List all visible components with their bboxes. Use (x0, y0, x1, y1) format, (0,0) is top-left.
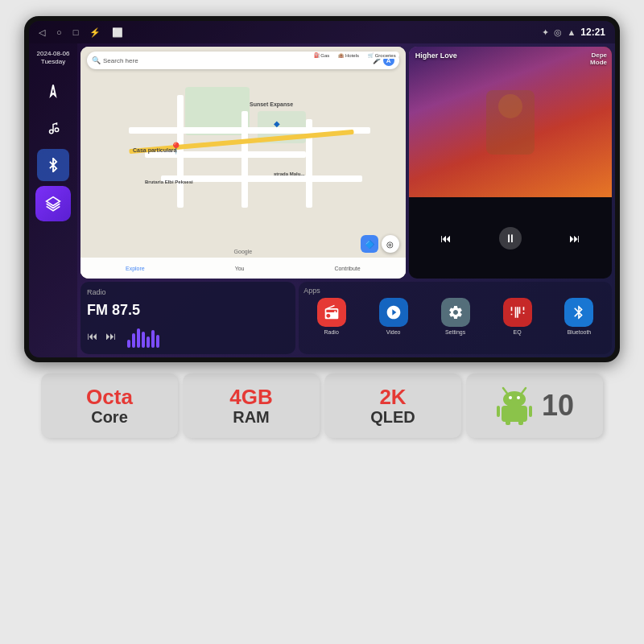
radio-prev-btn[interactable]: ⏮ (87, 330, 97, 342)
sidebar-bluetooth-btn[interactable] (37, 149, 69, 181)
radio-next-btn[interactable]: ⏭ (105, 330, 116, 342)
gas-chip[interactable]: ⛽ Gas (311, 52, 333, 59)
play-pause-btn[interactable]: ⏸ (499, 227, 522, 250)
contribute-btn[interactable]: Contribute (334, 266, 360, 271)
apps-widget: Apps Radio (299, 282, 612, 354)
wifi-icon: ▲ (567, 27, 576, 37)
svg-rect-11 (506, 420, 510, 425)
search-icon: 🔍 (92, 56, 101, 64)
map-go-btn[interactable]: 🔷 (361, 235, 378, 253)
svg-point-6 (509, 396, 512, 399)
android-icon (495, 385, 534, 427)
map-label-3: Brutaria Elbi Peksesi (145, 180, 193, 184)
music-album-art: Higher Love DepeMode (409, 47, 612, 197)
radio-label: Radio (87, 288, 289, 296)
spec-octa-main: Octa (86, 386, 133, 407)
music-controls: ⏮ ⏸ ⏭ (409, 197, 612, 279)
app-eq-label: EQ (513, 329, 521, 335)
screen-icon: ⬜ (112, 27, 123, 38)
map-shortcuts: ⛽ Gas 🏨 Hotels 🛒 Groceries (311, 52, 399, 59)
svg-point-1 (55, 128, 59, 132)
app-settings-label: Settings (445, 329, 465, 335)
sidebar-navigation-btn[interactable] (37, 75, 69, 107)
date-display: 2024-08-06 Tuesday (37, 50, 70, 67)
explore-btn[interactable]: Explore (126, 266, 145, 271)
status-bar-right: ✦ ◎ ▲ 12:21 (542, 27, 605, 38)
spec-octa: Octa Core (41, 374, 178, 438)
status-bar-left: ◁ ○ □ ⚡ ⬜ (39, 27, 123, 38)
device-frame: ◁ ○ □ ⚡ ⬜ ✦ ◎ ▲ 12:21 2024-08 (24, 16, 620, 362)
map-label-2: Sunset Expanse (250, 101, 293, 107)
app-video[interactable]: Video (379, 298, 408, 335)
song-title: Higher Love (415, 52, 457, 60)
app-eq[interactable]: EQ (503, 298, 532, 335)
spec-ram-sub: RAM (233, 409, 270, 425)
bottom-row: Radio FM 87.5 ⏮ ⏭ (80, 282, 612, 354)
svg-rect-12 (518, 420, 523, 425)
spec-display-sub: QLED (370, 409, 415, 425)
status-bar: ◁ ○ □ ⚡ ⬜ ✦ ◎ ▲ 12:21 (29, 21, 615, 43)
spec-octa-sub: Core (91, 409, 128, 425)
top-row: 📍 ◆ Casa particulara Sunset Expanse Brut… (80, 47, 612, 279)
sidebar-music-btn[interactable] (37, 112, 69, 144)
map-label-1: Casa particulara (133, 147, 176, 153)
apps-label: Apps (303, 287, 607, 295)
home-icon[interactable]: ○ (56, 27, 62, 37)
svg-point-5 (503, 391, 526, 407)
bluetooth-status-icon: ✦ (542, 27, 549, 38)
center-content: 📍 ◆ Casa particulara Sunset Expanse Brut… (77, 43, 615, 357)
music-brand: DepeMode (590, 52, 607, 66)
apps-grid: Radio Video (303, 298, 607, 335)
radio-wave (127, 324, 159, 348)
spec-ram: 4GB RAM (183, 374, 320, 438)
map-label-4: strada Malu... (274, 171, 304, 176)
back-icon[interactable]: ◁ (39, 27, 45, 38)
radio-widget: Radio FM 87.5 ⏮ ⏭ (80, 282, 295, 354)
main-area: 2024-08-06 Tuesday (29, 43, 615, 357)
app-settings-icon (441, 298, 470, 327)
app-video-icon (379, 298, 408, 327)
app-radio-label: Radio (324, 329, 339, 335)
svg-rect-10 (529, 406, 532, 417)
music-widget: Higher Love DepeMode ⏮ ⏸ ⏭ (409, 47, 612, 279)
app-radio-icon (317, 298, 346, 327)
hotels-chip[interactable]: 🏨 Hotels (335, 52, 362, 59)
app-video-label: Video (386, 329, 401, 335)
svg-point-7 (517, 396, 520, 399)
app-radio[interactable]: Radio (317, 298, 346, 335)
radio-frequency: FM 87.5 (87, 302, 289, 319)
you-btn[interactable]: You (235, 266, 245, 271)
spec-ram-main: 4GB (229, 386, 272, 407)
location-icon: ◎ (554, 27, 562, 38)
map-nav-btn[interactable]: ◎ (382, 235, 399, 253)
groceries-chip[interactable]: 🛒 Groceries (365, 52, 399, 59)
radio-controls: ⏮ ⏭ (87, 324, 289, 348)
outer-container: ◁ ○ □ ⚡ ⬜ ✦ ◎ ▲ 12:21 2024-08 (0, 0, 644, 644)
spec-display: 2K QLED (324, 374, 461, 438)
device-screen: ◁ ○ □ ⚡ ⬜ ✦ ◎ ▲ 12:21 2024-08 (29, 21, 615, 357)
android-version: 10 (542, 389, 574, 423)
map-widget[interactable]: 📍 ◆ Casa particulara Sunset Expanse Brut… (80, 47, 406, 279)
recents-icon[interactable]: □ (73, 27, 79, 37)
usb-icon: ⚡ (89, 27, 101, 38)
svg-rect-9 (497, 406, 500, 417)
left-sidebar: 2024-08-06 Tuesday (29, 43, 77, 357)
prev-btn[interactable]: ⏮ (440, 232, 452, 245)
app-settings[interactable]: Settings (441, 298, 470, 335)
next-btn[interactable]: ⏭ (569, 232, 580, 245)
app-eq-icon (503, 298, 532, 327)
svg-rect-8 (502, 406, 527, 422)
map-pin-2: ◆ (274, 119, 280, 128)
map-bottom-bar: Explore You Contribute (80, 258, 406, 279)
sidebar-layers-btn[interactable] (35, 186, 71, 221)
spec-display-main: 2K (379, 386, 406, 407)
app-bluetooth[interactable]: Bluetooth (564, 298, 593, 335)
status-time: 12:21 (580, 27, 605, 38)
specs-bar: Octa Core 4GB RAM 2K QLED (24, 374, 620, 438)
google-logo: Google (234, 249, 253, 254)
spec-android: 10 (466, 374, 603, 438)
app-bluetooth-label: Bluetooth (568, 329, 592, 335)
app-bluetooth-icon (564, 298, 593, 327)
